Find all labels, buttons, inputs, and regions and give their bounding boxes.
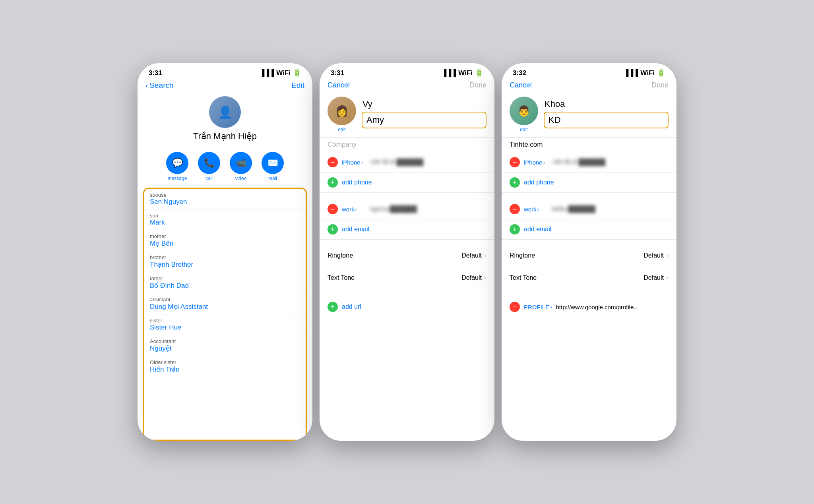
phone-type-label-3: iPhone: [524, 159, 543, 166]
edit-nav-2: Cancel Done: [320, 79, 494, 93]
related-name-older-sister[interactable]: Hiền Trần: [150, 365, 300, 374]
text-tone-row-3[interactable]: Text Tone Default ›: [502, 268, 676, 287]
remove-email-button-2[interactable]: −: [328, 204, 338, 214]
add-email-label-2[interactable]: add email: [342, 226, 369, 233]
related-name-accountant[interactable]: Nguyệt: [150, 344, 300, 353]
email-type-3[interactable]: work ›: [524, 206, 548, 213]
first-name-field-3[interactable]: KD: [544, 112, 669, 128]
message-action[interactable]: 💬 message: [166, 152, 188, 181]
spacer-3a: [502, 193, 676, 199]
avatar-image: 👤: [209, 96, 241, 128]
battery-icon: 🔋: [293, 69, 301, 77]
phone-type-3[interactable]: iPhone ›: [524, 159, 548, 166]
back-button[interactable]: ‹ Search: [145, 81, 174, 90]
mail-action[interactable]: ✉️ mail: [262, 152, 284, 181]
remove-profile-button-3[interactable]: −: [510, 302, 520, 312]
related-label-spouse: spouse: [150, 192, 300, 198]
ringtone-label-3: Ringtone: [510, 252, 535, 259]
phone-value-2[interactable]: +84 90 8 ██████: [370, 159, 486, 166]
company-field-3[interactable]: Tinhte.com: [510, 141, 543, 149]
avatar-circle-3: 👨: [510, 97, 538, 125]
remove-email-button-3[interactable]: −: [510, 204, 520, 214]
related-mother: mother Mẹ Bên: [144, 230, 306, 251]
add-phone-label-3[interactable]: add phone: [524, 179, 554, 186]
done-button-2: Done: [469, 81, 486, 89]
add-phone-row-2: + add phone: [320, 173, 494, 193]
contact-header: 👤 Trần Mạnh Hiệp: [138, 93, 312, 148]
add-phone-label-2[interactable]: add phone: [342, 179, 372, 186]
text-tone-value-area-3: Default ›: [643, 273, 669, 282]
text-tone-label-3: Text Tone: [510, 274, 537, 281]
phone-type-label-2: iPhone: [342, 159, 360, 166]
remove-phone-button-2[interactable]: −: [328, 157, 338, 167]
profile-type-label-3: PROFILE: [524, 304, 549, 310]
profile-type-3[interactable]: PROFILE ›: [524, 304, 552, 310]
related-name-assistant[interactable]: Dung Mọi Assistant: [150, 302, 300, 311]
last-name-field-2[interactable]: Vy: [362, 97, 486, 112]
related-label-assistant: assistant: [150, 297, 300, 302]
text-tone-row-2[interactable]: Text Tone Default ›: [320, 268, 494, 287]
related-older-sister: Older sister Hiền Trần: [144, 356, 306, 377]
related-spouse: spouse Sen Nguyen: [144, 189, 306, 209]
email-value-3[interactable]: bk9sv██████: [552, 205, 669, 213]
email-type-label-2: work: [342, 206, 355, 213]
profile-value-3[interactable]: http://www.google.com/profile...: [556, 304, 669, 310]
text-tone-chevron-3: ›: [666, 273, 669, 282]
call-label: call: [205, 176, 213, 181]
status-time-2: 3:31: [331, 69, 344, 77]
status-time-3: 3:32: [513, 69, 526, 77]
email-value-2[interactable]: ngocvy██████: [370, 205, 486, 213]
avatar-image-3: 👨: [510, 97, 538, 125]
cancel-button-2[interactable]: Cancel: [328, 81, 350, 89]
add-email-button-3[interactable]: +: [510, 224, 520, 235]
phone-value-3[interactable]: +84 90 8 ██████: [552, 159, 669, 166]
cancel-button-3[interactable]: Cancel: [510, 81, 532, 89]
related-name-son[interactable]: Mark: [150, 219, 300, 227]
add-email-label-3[interactable]: add email: [524, 226, 551, 233]
add-url-button-2[interactable]: +: [328, 302, 338, 312]
related-list: spouse Sen Nguyen son Mark mother Mẹ Bên…: [143, 188, 307, 441]
ringtone-row-3[interactable]: Ringtone Default ›: [502, 246, 676, 265]
email-type-2[interactable]: work ›: [342, 206, 366, 213]
related-label-accountant: Accountant: [150, 338, 300, 344]
related-father: father Bố Đình Dad: [144, 272, 306, 293]
add-email-button-2[interactable]: +: [328, 224, 338, 235]
related-name-mother[interactable]: Mẹ Bên: [150, 239, 300, 248]
call-action[interactable]: 📞 call: [198, 152, 220, 181]
related-name-spouse[interactable]: Sen Nguyen: [150, 198, 300, 206]
company-field-2[interactable]: Company: [328, 141, 357, 149]
message-label: message: [168, 176, 187, 181]
chevron-icon-phone-2: ›: [361, 159, 363, 165]
edit-button[interactable]: Edit: [291, 81, 304, 90]
status-icons-2: ▐▐▐ WiFi 🔋: [442, 69, 483, 77]
add-phone-button-2[interactable]: +: [328, 177, 338, 188]
ringtone-row-2[interactable]: Ringtone Default ›: [320, 246, 494, 265]
first-name-field-2[interactable]: Amy: [362, 112, 486, 128]
edit-nav-3: Cancel Done: [502, 79, 676, 93]
add-phone-button-3[interactable]: +: [510, 177, 520, 188]
related-name-father[interactable]: Bố Đình Dad: [150, 281, 300, 290]
avatar-circle-2: 👩: [328, 97, 356, 125]
spacer-3b: [502, 240, 676, 246]
add-url-label-2[interactable]: add url: [342, 303, 361, 310]
related-name-brother[interactable]: Thạnh Brother: [150, 260, 300, 269]
phone-type-2[interactable]: iPhone ›: [342, 159, 366, 166]
last-name-field-3[interactable]: Khoa: [544, 97, 669, 112]
remove-phone-button-3[interactable]: −: [510, 157, 520, 167]
ringtone-value-area-2: Default ›: [461, 251, 486, 260]
video-action[interactable]: 📹 video: [230, 152, 252, 181]
contact-name: Trần Mạnh Hiệp: [193, 131, 257, 142]
related-label-older-sister: Older sister: [150, 359, 300, 365]
mail-icon: ✉️: [262, 152, 284, 174]
mail-label: mail: [268, 176, 277, 181]
wifi-icon-2: WiFi: [458, 69, 473, 77]
email-field-row-2: − work › ngocvy██████: [320, 199, 494, 219]
edit-name-fields-2: Vy Amy: [362, 97, 486, 129]
edit-avatar-label-2[interactable]: edit: [338, 127, 345, 132]
email-type-label-3: work: [524, 206, 537, 213]
status-icons-1: ▐▐▐ WiFi 🔋: [260, 69, 301, 77]
spacer-2b: [320, 240, 494, 246]
message-icon: 💬: [166, 152, 188, 174]
related-name-sister[interactable]: Sister Hue: [150, 324, 300, 331]
edit-avatar-label-3[interactable]: edit: [520, 127, 527, 132]
